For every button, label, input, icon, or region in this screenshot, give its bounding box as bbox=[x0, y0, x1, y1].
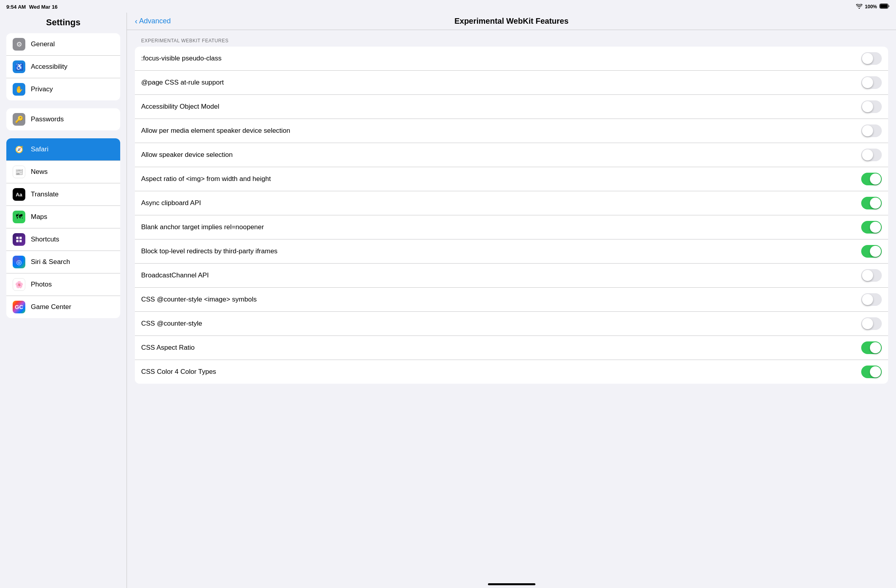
toggle-knob bbox=[862, 101, 873, 112]
home-indicator bbox=[127, 580, 896, 588]
battery-percentage: 100% bbox=[865, 4, 877, 9]
feature-item: CSS Color 4 Color Types bbox=[135, 360, 888, 384]
maps-icon: 🗺 bbox=[13, 211, 25, 223]
status-left: 9:54 AM Wed Mar 16 bbox=[6, 4, 57, 10]
toggle-knob bbox=[870, 246, 881, 257]
right-panel: ‹ Advanced Experimental WebKit Features … bbox=[127, 13, 896, 588]
feature-label: Allow speaker device selection bbox=[141, 151, 861, 159]
sidebar-item-shortcuts[interactable]: Shortcuts bbox=[6, 228, 120, 251]
privacy-label: Privacy bbox=[31, 85, 53, 93]
svg-rect-3 bbox=[19, 237, 22, 239]
safari-label: Safari bbox=[31, 145, 48, 153]
sidebar-item-translate[interactable]: Aa Translate bbox=[6, 183, 120, 206]
feature-toggle-css-counter-image[interactable] bbox=[861, 293, 882, 306]
feature-item: Accessibility Object Model bbox=[135, 95, 888, 119]
svg-rect-1 bbox=[880, 4, 888, 8]
feature-toggle-allow-per-media[interactable] bbox=[861, 124, 882, 137]
shortcuts-label: Shortcuts bbox=[31, 236, 59, 243]
safari-icon: 🧭 bbox=[13, 143, 25, 156]
sidebar-item-safari[interactable]: 🧭 Safari bbox=[6, 138, 120, 161]
feature-toggle-block-redirects[interactable] bbox=[861, 245, 882, 258]
toggle-knob bbox=[862, 149, 873, 160]
back-button[interactable]: ‹ Advanced bbox=[135, 17, 182, 26]
passwords-label: Passwords bbox=[31, 115, 64, 123]
feature-label: Block top-level redirects by third-party… bbox=[141, 247, 861, 255]
page-title: Experimental WebKit Features bbox=[182, 17, 841, 26]
feature-toggle-css-aspect-ratio[interactable] bbox=[861, 341, 882, 354]
sidebar-item-news[interactable]: 📰 News bbox=[6, 161, 120, 183]
translate-label: Translate bbox=[31, 190, 59, 198]
feature-label: CSS @counter-style <image> symbols bbox=[141, 296, 861, 303]
battery-icon bbox=[879, 4, 890, 10]
feature-toggle-broadcast-channel[interactable] bbox=[861, 269, 882, 282]
feature-item: Block top-level redirects by third-party… bbox=[135, 239, 888, 264]
svg-rect-5 bbox=[19, 240, 22, 242]
toggle-knob bbox=[862, 77, 873, 88]
back-chevron-icon: ‹ bbox=[135, 17, 138, 26]
feature-label: CSS @counter-style bbox=[141, 320, 861, 328]
toggle-knob bbox=[862, 318, 873, 329]
feature-item: Allow speaker device selection bbox=[135, 143, 888, 167]
feature-label: Blank anchor target implies rel=noopener bbox=[141, 223, 861, 231]
maps-label: Maps bbox=[31, 213, 47, 221]
feature-item: CSS @counter-style bbox=[135, 312, 888, 336]
feature-toggle-css-color-4[interactable] bbox=[861, 366, 882, 378]
feature-item: Async clipboard API bbox=[135, 191, 888, 215]
home-bar bbox=[488, 583, 535, 585]
feature-label: @page CSS at-rule support bbox=[141, 79, 861, 87]
sidebar-item-photos[interactable]: 🌸 Photos bbox=[6, 273, 120, 296]
feature-label: CSS Aspect Ratio bbox=[141, 344, 861, 352]
toggle-knob bbox=[870, 222, 881, 233]
toggle-knob bbox=[870, 342, 881, 353]
sidebar-item-maps[interactable]: 🗺 Maps bbox=[6, 206, 120, 228]
sidebar-item-passwords[interactable]: 🔑 Passwords bbox=[6, 108, 120, 130]
status-date: Wed Mar 16 bbox=[29, 4, 57, 10]
sidebar-item-gamecenter[interactable]: GC Game Center bbox=[6, 296, 120, 318]
sidebar-item-siri[interactable]: ◎ Siri & Search bbox=[6, 251, 120, 273]
sidebar-item-accessibility[interactable]: ♿ Accessibility bbox=[6, 56, 120, 78]
settings-group-3: 🧭 Safari 📰 News Aa Translate 🗺 bbox=[6, 138, 120, 318]
general-icon: ⚙ bbox=[13, 38, 25, 51]
feature-toggle-async-clipboard[interactable] bbox=[861, 197, 882, 209]
sidebar: Settings ⚙ General ♿ Accessibility ✋ Pri… bbox=[0, 13, 127, 588]
sidebar-item-general[interactable]: ⚙ General bbox=[6, 33, 120, 56]
translate-icon: Aa bbox=[13, 188, 25, 201]
sidebar-item-privacy[interactable]: ✋ Privacy bbox=[6, 78, 120, 100]
passwords-icon: 🔑 bbox=[13, 113, 25, 126]
photos-icon: 🌸 bbox=[13, 278, 25, 291]
svg-rect-2 bbox=[16, 237, 19, 239]
section-header: EXPERIMENTAL WEBKIT FEATURES bbox=[135, 38, 888, 47]
toggle-knob bbox=[870, 198, 881, 209]
privacy-icon: ✋ bbox=[13, 83, 25, 96]
feature-toggle-blank-anchor[interactable] bbox=[861, 221, 882, 234]
feature-item: Aspect ratio of <img> from width and hei… bbox=[135, 167, 888, 191]
wifi-icon bbox=[856, 4, 862, 10]
feature-toggle-accessibility-object[interactable] bbox=[861, 100, 882, 113]
accessibility-icon: ♿ bbox=[13, 60, 25, 73]
gamecenter-icon: GC bbox=[13, 301, 25, 313]
toggle-knob bbox=[862, 125, 873, 136]
siri-label: Siri & Search bbox=[31, 258, 70, 266]
feature-label: Aspect ratio of <img> from width and hei… bbox=[141, 175, 861, 183]
feature-toggle-focus-visible[interactable] bbox=[861, 52, 882, 65]
settings-group-2: 🔑 Passwords bbox=[6, 108, 120, 130]
toggle-knob bbox=[870, 173, 881, 185]
settings-scroll: EXPERIMENTAL WEBKIT FEATURES :focus-visi… bbox=[127, 30, 896, 580]
feature-toggle-allow-speaker[interactable] bbox=[861, 149, 882, 161]
feature-label: Accessibility Object Model bbox=[141, 103, 861, 111]
gamecenter-label: Game Center bbox=[31, 303, 71, 311]
status-bar: 9:54 AM Wed Mar 16 100% bbox=[0, 0, 896, 13]
feature-item: CSS Aspect Ratio bbox=[135, 336, 888, 360]
siri-icon: ◎ bbox=[13, 256, 25, 268]
status-time: 9:54 AM bbox=[6, 4, 26, 10]
shortcuts-icon bbox=[13, 233, 25, 246]
feature-toggle-page-css[interactable] bbox=[861, 76, 882, 89]
feature-toggle-css-counter[interactable] bbox=[861, 317, 882, 330]
photos-label: Photos bbox=[31, 281, 52, 288]
status-right: 100% bbox=[856, 4, 890, 10]
feature-toggle-aspect-ratio-img[interactable] bbox=[861, 173, 882, 185]
feature-item: BroadcastChannel API bbox=[135, 264, 888, 288]
news-label: News bbox=[31, 168, 48, 176]
toggle-knob bbox=[870, 366, 881, 377]
feature-label: Async clipboard API bbox=[141, 199, 861, 207]
